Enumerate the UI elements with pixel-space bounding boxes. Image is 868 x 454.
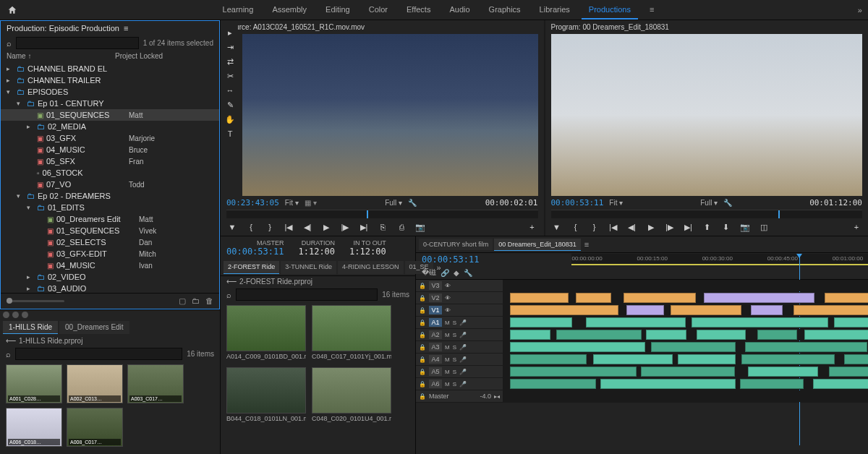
comparison-icon[interactable]: ◫ (758, 221, 770, 233)
source-fit-dropdown[interactable]: Fit ▾ (285, 199, 299, 207)
home-icon[interactable] (6, 4, 19, 17)
workspace-tab[interactable]: Learning (216, 1, 261, 20)
clip-thumbnail[interactable]: A006_C018… (6, 408, 62, 447)
timeline-clip[interactable] (829, 367, 868, 377)
track-lane[interactable] (503, 304, 868, 316)
lock-icon[interactable]: 🔒 (419, 356, 426, 363)
extract-icon[interactable]: ⬇ (720, 221, 732, 233)
overwrite-icon[interactable]: ⎙ (396, 221, 407, 233)
timeline-clip[interactable] (510, 330, 550, 340)
goto-out-icon[interactable]: ▶| (358, 221, 370, 233)
track-header[interactable]: 🔒A1MS🎤 (416, 317, 503, 328)
tree-item[interactable]: ▣05_SFXFran (1, 155, 219, 167)
add-btn-icon[interactable]: + (851, 221, 862, 233)
lock-icon[interactable]: 🔒 (419, 283, 426, 289)
goto-in-icon[interactable]: |◀ (608, 221, 619, 233)
timeline-clip[interactable] (586, 317, 686, 327)
settings-icon[interactable]: 🔧 (723, 199, 732, 207)
timeline-clip[interactable] (678, 354, 735, 364)
timeline-clip[interactable] (748, 367, 819, 377)
timeline-clip[interactable] (751, 305, 783, 315)
workspace-tab[interactable]: Effects (399, 1, 438, 20)
export-frame-icon[interactable]: 📷 (739, 221, 751, 233)
workspace-tab[interactable]: Audio (442, 1, 477, 20)
track-lane[interactable] (503, 280, 868, 291)
tree-item[interactable]: ▸🗀03_AUDIO (1, 283, 219, 293)
type-tool-icon[interactable]: T (224, 127, 237, 140)
tree-item[interactable]: ▫06_STOCK (1, 167, 219, 179)
out-icon[interactable]: } (264, 221, 276, 233)
source-full-dropdown[interactable]: Full ▾ (385, 199, 402, 207)
track-header[interactable]: 🔒V1👁 (416, 304, 503, 316)
export-frame-icon[interactable]: 📷 (414, 221, 426, 233)
timeline-clip[interactable] (600, 379, 736, 389)
visibility-icon[interactable]: 👁 (445, 295, 451, 301)
timeline-clip[interactable] (510, 379, 596, 389)
timeline-ruler[interactable]: 00:00:00:00 00:00:15:00 00:00:30:00 00:0… (571, 254, 868, 265)
new-item-icon[interactable]: ▢ (179, 296, 186, 306)
program-viewer[interactable] (551, 34, 863, 196)
search-input[interactable] (16, 37, 139, 49)
program-fit-dropdown[interactable]: Fit ▾ (609, 199, 623, 207)
timeline-tc[interactable]: 00:00:53:11 (416, 253, 485, 266)
timeline-clip[interactable] (804, 330, 868, 340)
program-ruler[interactable] (551, 210, 863, 218)
out-icon[interactable]: } (589, 221, 600, 233)
source-ruler[interactable] (226, 210, 538, 218)
timeline-clip[interactable] (704, 293, 814, 303)
track-header[interactable]: 🔒A6MS🎤 (416, 378, 503, 390)
timeline-clip[interactable] (510, 305, 618, 315)
timeline-clip[interactable] (697, 330, 746, 340)
lock-icon[interactable]: 🔒 (419, 332, 426, 338)
clip-thumbnail[interactable]: A002_C013… (67, 364, 123, 403)
zoom-slider[interactable] (7, 300, 64, 302)
back-icon[interactable]: ⟵ (226, 278, 237, 286)
tree-item[interactable]: ▸🗀02_VIDEO (1, 271, 219, 283)
step-fwd-icon[interactable]: |▶ (664, 221, 676, 233)
marker-icon[interactable]: ▼ (551, 221, 563, 233)
timeline-tab[interactable]: 0-CENTURY short film (419, 239, 493, 250)
add-btn-icon[interactable]: + (527, 221, 538, 233)
settings-icon[interactable]: 🔧 (408, 199, 417, 207)
clip-thumbnail[interactable]: A014_C009_0101BD_001.mp4 (226, 305, 306, 361)
link-icon[interactable]: 🔗 (441, 269, 449, 277)
track-select-tool-icon[interactable]: ⇥ (224, 40, 237, 53)
lock-icon[interactable]: 🔒 (419, 295, 426, 301)
marker-icon[interactable]: ▼ (226, 221, 238, 233)
clip-thumbnail[interactable]: B044_C018_0101LN_001.mp4 (226, 367, 306, 424)
timeline-clip[interactable] (692, 317, 829, 327)
seq-tab[interactable]: 3-TUNNEL Ride (281, 261, 336, 274)
window-max-icon[interactable] (22, 312, 28, 318)
visibility-icon[interactable]: 👁 (445, 283, 451, 289)
tree-item[interactable]: ▣01_SEQUENCESMatt (1, 109, 219, 121)
selection-tool-icon[interactable]: ▸ (224, 26, 237, 39)
overflow-icon[interactable]: » (858, 6, 862, 14)
lock-icon[interactable]: 🔒 (419, 307, 426, 314)
workspace-tab[interactable]: Assembly (265, 1, 314, 20)
step-fwd-icon[interactable]: |▶ (339, 221, 351, 233)
tree-item[interactable]: ▾🗀Ep 01 - CENTURY (1, 98, 219, 109)
step-back-icon[interactable]: ◀| (302, 221, 313, 233)
workspace-tab[interactable]: Libraries (532, 1, 577, 20)
track-header[interactable]: 🔒A4MS🎤 (416, 354, 503, 365)
mic-icon[interactable]: 🎤 (459, 332, 467, 338)
razor-tool-icon[interactable]: ✂ (224, 69, 237, 82)
track-header[interactable]: 🔒V2👁 (416, 292, 503, 304)
tree-item[interactable]: ▣00_Dreamers EditMatt (1, 213, 219, 225)
track-header[interactable]: 🔒V3👁 (416, 280, 503, 291)
window-min-icon[interactable] (12, 312, 19, 318)
col-name-header[interactable]: Name ↑ (7, 52, 115, 60)
timeline-clip[interactable] (593, 354, 673, 364)
timeline-clip[interactable] (741, 354, 835, 364)
goto-out-icon[interactable]: ▶| (683, 221, 694, 233)
timeline-clip[interactable] (834, 317, 868, 327)
track-lane[interactable] (503, 354, 868, 365)
workspace-tab[interactable]: Editing (318, 1, 357, 20)
track-lane[interactable] (503, 317, 868, 328)
new-bin-icon[interactable]: 🗀 (192, 296, 200, 306)
track-lane[interactable] (503, 292, 868, 304)
track-header[interactable]: 🔒A3MS🎤 (416, 341, 503, 353)
pen-tool-icon[interactable]: ✎ (224, 98, 237, 111)
tree-item[interactable]: ▾🗀EPISODES (1, 86, 219, 98)
goto-in-icon[interactable]: |◀ (283, 221, 294, 233)
